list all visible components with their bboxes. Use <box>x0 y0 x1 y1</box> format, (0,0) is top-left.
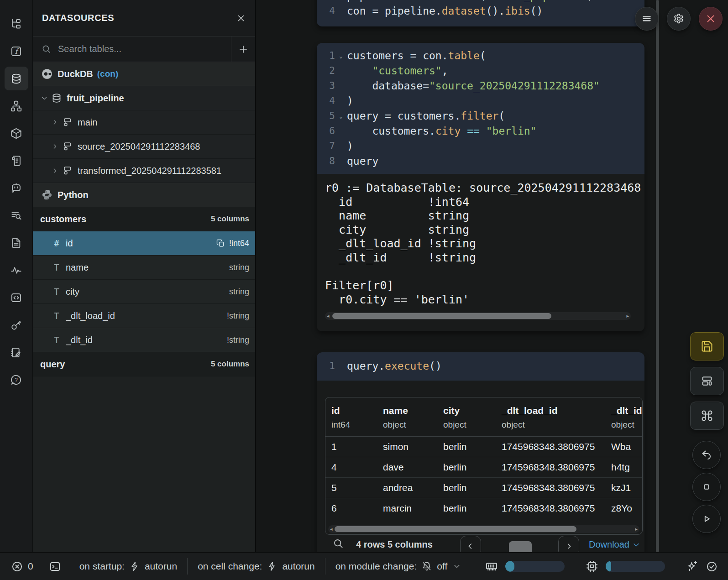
code-cell-execute[interactable]: 1query.execute() idint64nameobjectcityob… <box>317 352 644 552</box>
table-horizontal-scrollbar[interactable]: ◂ ▸ <box>328 525 639 533</box>
search-input[interactable] <box>57 43 231 55</box>
code-text: con = pipeline.dataset().ibis() <box>347 4 543 19</box>
connection-ok-icon[interactable] <box>706 560 718 573</box>
rail-item-functions[interactable] <box>5 39 28 63</box>
run-button[interactable] <box>692 505 721 533</box>
tree-row-transformed_202504291112283581[interactable]: transformed_202504291112283581 <box>33 159 255 183</box>
chevron-right-icon[interactable] <box>51 119 62 126</box>
commands-button[interactable] <box>690 402 724 430</box>
table-cell: 1745968348.3806975 <box>496 503 605 514</box>
scroll-right-icon[interactable]: ▸ <box>635 527 638 532</box>
datasources-panel: DATASOURCES DuckDB(con)fruit_pipelinemai… <box>33 0 256 552</box>
code-cell-setup[interactable]: 3pipeline = dlt.attach("fruit_pipeline")… <box>317 0 644 26</box>
terminal-icon[interactable] <box>49 560 61 573</box>
rail-item-variables[interactable] <box>5 258 28 282</box>
tree-row-customers[interactable]: customers5 columns <box>33 207 255 231</box>
tree-row-name[interactable]: Tnamestring <box>33 256 255 280</box>
datasources-tree: DuckDB(con)fruit_pipelinemainsource_2025… <box>33 62 255 376</box>
scroll-right-icon[interactable]: ▸ <box>626 314 629 319</box>
ram-meter <box>505 561 565 572</box>
save-button[interactable] <box>690 332 724 361</box>
next-page-button[interactable] <box>558 536 579 552</box>
rail-item-logs[interactable] <box>5 149 28 172</box>
chevron-down-icon[interactable] <box>40 94 51 102</box>
table-header-row: idint64nameobjectcityobject_dlt_load_ido… <box>325 397 642 437</box>
tree-row-main[interactable]: main <box>33 110 255 135</box>
table-search-icon[interactable] <box>332 538 344 549</box>
previous-page-button[interactable] <box>460 536 481 552</box>
tree-row-city[interactable]: Tcitystring <box>33 280 255 304</box>
scrollbar-thumb[interactable] <box>335 526 576 532</box>
table-header-cell[interactable]: cityobject <box>437 405 496 430</box>
output-horizontal-scrollbar[interactable]: ◂ ▸ <box>325 312 631 320</box>
activity-rail <box>0 0 33 552</box>
tree-row-_dlt_load_id[interactable]: T_dlt_load_id!string <box>33 304 255 328</box>
table-header-cell[interactable]: _dlt_load_idobject <box>496 405 605 430</box>
page-indicator[interactable] <box>509 541 532 552</box>
scrollbar-thumb[interactable] <box>332 313 551 319</box>
rail-item-datasources[interactable] <box>5 67 28 90</box>
status-setting[interactable]: on cell change:autorun <box>198 561 315 572</box>
tree-row-query[interactable]: query5 columns <box>33 352 255 376</box>
copy-icon[interactable] <box>216 239 225 248</box>
table-header-cell[interactable]: _dlt_idobject <box>605 405 642 430</box>
code-editor[interactable]: 1query.execute() <box>317 352 644 381</box>
shutdown-button[interactable] <box>699 7 722 30</box>
settings-button[interactable] <box>667 7 690 30</box>
fold-chevron-icon[interactable]: ⌄ <box>335 48 347 63</box>
table-row[interactable]: 1simonberlin1745968348.3806975Wba <box>325 437 642 457</box>
rail-item-dependencies[interactable] <box>5 94 28 118</box>
add-datasource-button[interactable] <box>231 37 255 62</box>
layout-button[interactable] <box>690 367 724 395</box>
status-setting-label: on startup: <box>79 561 125 572</box>
status-setting[interactable]: on module change:off <box>335 561 461 572</box>
tree-row-DuckDB[interactable]: DuckDB(con) <box>33 62 255 86</box>
notebook-area: 3pipeline = dlt.attach("fruit_pipeline")… <box>256 0 728 552</box>
tree-row-fruit_pipeline[interactable]: fruit_pipeline <box>33 86 255 110</box>
chevron-right-icon[interactable] <box>51 167 62 174</box>
table-search-row <box>33 37 255 62</box>
code-editor[interactable]: 1⌄customers = con.table(2 "customers",3 … <box>317 43 644 174</box>
close-panel-button[interactable] <box>236 13 246 23</box>
table-cell: andrea <box>377 482 437 493</box>
code-cell-query[interactable]: 1⌄customers = con.table(2 "customers",3 … <box>317 43 644 331</box>
code-editor[interactable]: 3pipeline = dlt.attach("fruit_pipeline")… <box>317 0 644 26</box>
rail-item-tracebacks[interactable] <box>5 204 28 227</box>
tree-row-id[interactable]: #id!int64 <box>33 231 255 256</box>
chevron-right-icon[interactable] <box>51 143 62 150</box>
tree-row-Python[interactable]: Python <box>33 183 255 207</box>
rail-item-file-explorer[interactable] <box>5 12 28 36</box>
undo-button[interactable] <box>692 441 721 469</box>
code-line: 3pipeline = dlt.attach("fruit_pipeline") <box>319 0 644 4</box>
status-setting[interactable]: on startup:autorun <box>79 561 177 572</box>
notebook-menu-button[interactable] <box>635 7 658 30</box>
stop-icon <box>700 481 713 493</box>
ai-sparkle-icon[interactable] <box>686 560 698 573</box>
rail-item-documentation[interactable] <box>5 231 28 255</box>
table-columns-count: 5 columns <box>211 360 249 369</box>
scroll-left-icon[interactable]: ◂ <box>330 527 333 532</box>
rail-item-secrets[interactable] <box>5 313 28 337</box>
rail-item-scratchpad[interactable] <box>5 340 28 364</box>
stop-button[interactable] <box>692 473 721 501</box>
rail-item-packages[interactable] <box>5 121 28 145</box>
table-header-cell[interactable]: idint64 <box>325 405 377 430</box>
download-link[interactable]: Download <box>589 539 640 550</box>
status-right <box>485 560 728 573</box>
table-row[interactable]: 5andreaberlin1745968348.3806975kzJ1 <box>325 478 642 498</box>
tree-icon <box>10 18 22 30</box>
rail-item-help[interactable] <box>5 368 28 392</box>
table-row[interactable]: 6marcinberlin1745968348.3806975z8Yo <box>325 498 642 518</box>
rail-item-chat[interactable] <box>5 176 28 200</box>
main-vertical-scrollbar[interactable] <box>656 0 659 552</box>
fold-chevron-icon[interactable]: ⌄ <box>335 109 347 124</box>
error-count-icon[interactable] <box>11 560 23 573</box>
rail-item-snippets[interactable] <box>5 286 28 309</box>
table-cell: Wba <box>605 441 642 452</box>
table-row[interactable]: 4daveberlin1745968348.3806975h4tg <box>325 457 642 478</box>
tree-row-source_202504291112283468[interactable]: source_202504291112283468 <box>33 135 255 159</box>
scroll-left-icon[interactable]: ◂ <box>327 314 330 319</box>
tree-row-_dlt_id[interactable]: T_dlt_id!string <box>33 328 255 352</box>
table-header-cell[interactable]: nameobject <box>377 405 437 430</box>
list-search-icon <box>10 209 22 222</box>
